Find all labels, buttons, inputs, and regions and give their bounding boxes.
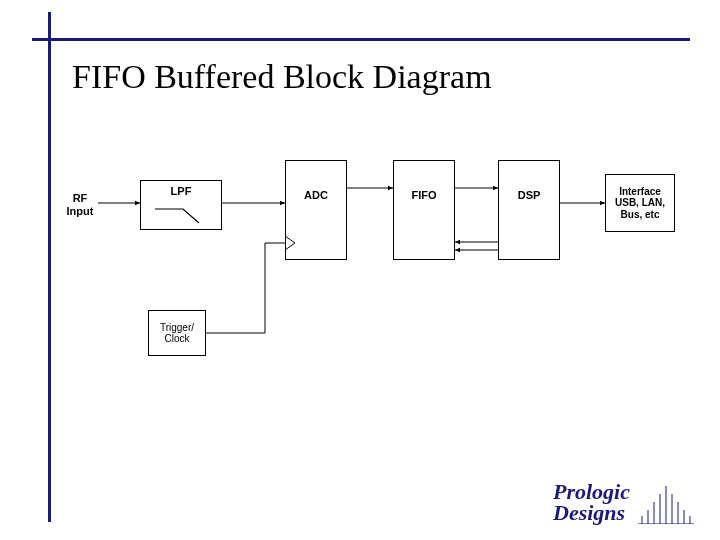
frame-top-rule bbox=[32, 38, 690, 41]
page-title: FIFO Buffered Block Diagram bbox=[72, 58, 492, 96]
prologic-designs-logo: Prologic Designs bbox=[553, 480, 694, 524]
logo-line-2: Designs bbox=[553, 503, 630, 524]
frame-left-rule bbox=[48, 12, 51, 522]
logo-text: Prologic Designs bbox=[553, 482, 630, 524]
block-diagram: RF Input LPF ADC FIFO DSP Interface USB,… bbox=[60, 150, 680, 410]
diagram-connections bbox=[60, 150, 680, 410]
logo-bars-icon bbox=[638, 480, 694, 524]
